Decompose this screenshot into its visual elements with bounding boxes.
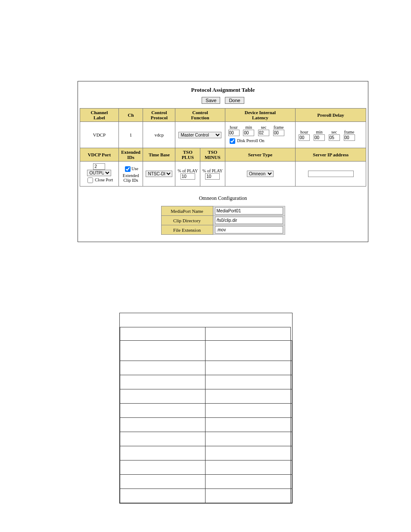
mediaport-input[interactable] <box>215 207 283 215</box>
use-ext-checkbox[interactable] <box>125 166 131 172</box>
hdr-tso-plus: TSO PLUS <box>175 148 200 162</box>
cell-tso-minus: % of PLAY <box>200 162 225 187</box>
cell-timebase: NTSC-DF <box>143 162 175 187</box>
hdr-server-type: Server Type <box>225 148 296 162</box>
server-ip-input[interactable] <box>308 171 354 177</box>
pre-min-input[interactable] <box>314 134 325 141</box>
panel-title: Protocol Assignment Table <box>80 87 366 93</box>
clipdir-input[interactable] <box>215 217 283 224</box>
lat-sec-input[interactable] <box>258 130 269 136</box>
hdr-protocol: Control Protocol <box>143 109 175 122</box>
cell-server-ip <box>296 162 366 187</box>
protocol-assignment-panel: Protocol Assignment Table Save Done Chan… <box>78 81 368 242</box>
hdr-tso-minus: TSO MINUS <box>200 148 225 162</box>
cell-preroll: hour min sec frame <box>296 122 366 148</box>
lat-frame-input[interactable] <box>273 130 284 136</box>
panel-buttons: Save Done <box>80 97 366 104</box>
cell-channel-label: VDCP <box>80 122 119 148</box>
cell-function: Master Control <box>175 122 225 148</box>
server-type-select[interactable]: Omneon <box>247 171 274 177</box>
pre-frame-label: frame <box>343 130 355 134</box>
empty-table-panel <box>119 313 293 504</box>
lat-hour-input[interactable] <box>228 130 240 136</box>
tso-plus-input[interactable] <box>181 173 195 180</box>
tso-minus-input[interactable] <box>205 173 220 180</box>
omneon-table: MediaPort Name Clip Directory File Exten… <box>161 206 285 235</box>
lat-min-input[interactable] <box>243 130 254 136</box>
clipdir-label: Clip Directory <box>161 216 213 225</box>
fileext-input[interactable] <box>215 226 283 233</box>
lat-min-label: min <box>243 125 255 130</box>
mediaport-label: MediaPort Name <box>161 206 213 216</box>
lat-sec-label: sec <box>258 125 270 130</box>
close-port-checkbox[interactable] <box>87 177 93 183</box>
cell-tso-plus: % of PLAY <box>175 162 200 187</box>
pre-min-label: min <box>313 130 325 134</box>
hdr-ext-ids: Extended IDs <box>118 148 143 162</box>
tso-minus-label: % of PLAY <box>202 168 223 173</box>
omneon-title: Omneon Configuration <box>80 195 366 202</box>
timebase-select[interactable]: NTSC-DF <box>146 171 172 177</box>
cell-ch: 1 <box>118 122 143 148</box>
cell-protocol: vdcp <box>143 122 175 148</box>
hdr-ch: Ch <box>118 109 143 122</box>
pre-sec-input[interactable] <box>329 134 340 141</box>
vdcp-port-input[interactable] <box>93 163 105 170</box>
tso-plus-label: % of PLAY <box>177 168 198 173</box>
hdr-preroll: Preroll Delay <box>296 109 366 122</box>
hdr-vdcp-port: VDCP Port <box>80 148 119 162</box>
disk-preroll-checkbox[interactable] <box>230 138 235 144</box>
disk-preroll-label: Disk Preroll On <box>237 138 264 143</box>
save-button[interactable]: Save <box>202 97 220 104</box>
vdcp-port-dir-select[interactable]: OUTPUT <box>87 170 111 176</box>
hdr-server-ip: Server IP address <box>296 148 366 162</box>
hdr-latency: Device Internal Latency <box>225 109 296 122</box>
cell-latency: hour min sec frame Disk Preroll On <box>225 122 296 148</box>
hdr-timebase: Time Base <box>143 148 175 162</box>
assignment-table: Channel Label Ch Control Protocol Contro… <box>80 108 366 187</box>
empty-table <box>120 313 292 503</box>
cell-vdcp-port: OUTPUT Close Port <box>80 162 119 187</box>
pre-hour-input[interactable] <box>299 134 310 141</box>
cell-server-type: Omneon <box>225 162 296 187</box>
close-port-label: Close Port <box>95 177 113 182</box>
done-button[interactable]: Done <box>225 97 244 104</box>
pre-sec-label: sec <box>328 130 340 134</box>
hdr-channel-label: Channel Label <box>80 109 119 122</box>
cell-ext-ids: Use Extended Clip IDs <box>118 162 143 187</box>
lat-hour-label: hour <box>228 125 240 130</box>
fileext-label: File Extension <box>161 225 213 235</box>
hdr-function: Control Function <box>175 109 225 122</box>
control-function-select[interactable]: Master Control <box>178 132 221 138</box>
pre-frame-input[interactable] <box>344 134 355 141</box>
pre-hour-label: hour <box>298 130 310 134</box>
lat-frame-label: frame <box>273 125 285 130</box>
